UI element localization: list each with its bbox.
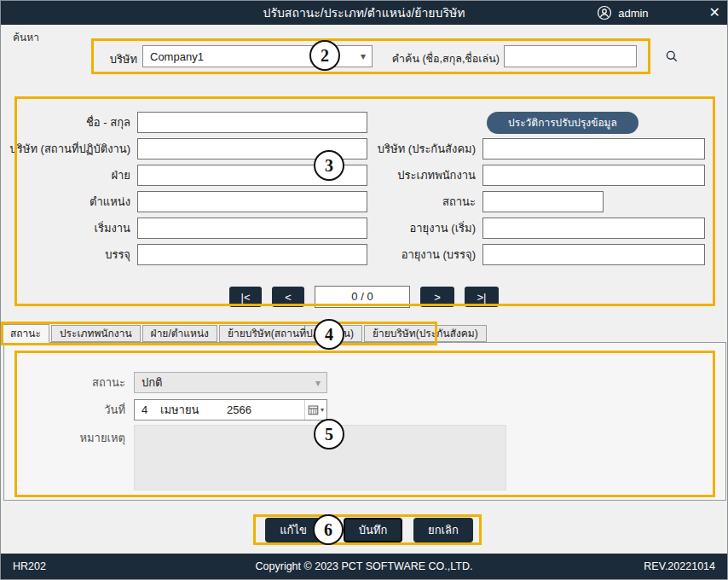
department-field[interactable] xyxy=(137,165,367,186)
tab-department-position[interactable]: ฝ่าย/ตำแหน่ง xyxy=(142,325,217,342)
field-row: ชื่อ - สกุล xyxy=(1,109,367,136)
panel-status-label: สถานะ xyxy=(4,374,134,392)
search-box xyxy=(504,45,637,67)
previous-record-button[interactable]: < xyxy=(272,287,304,307)
tab-status[interactable]: สถานะ xyxy=(2,324,49,343)
revision-text: REV.20221014 xyxy=(644,554,715,579)
start-work-label: เริ่มงาน xyxy=(1,219,137,237)
field-row: บริษัท (สถานที่ปฏิบัติงาน) xyxy=(1,136,367,162)
department-label: ฝ่าย xyxy=(1,166,137,184)
field-row: อายุงาน (เริ่ม) xyxy=(345,215,705,241)
placement-label: บรรจุ xyxy=(1,246,137,264)
calendar-icon[interactable]: ▾ xyxy=(304,400,326,420)
field-row: สถานะ xyxy=(345,188,705,215)
search-section-label: ค้นหา xyxy=(13,29,39,45)
tenure-placement-label: อายุงาน (บรรจุ) xyxy=(345,246,482,264)
field-row: เริ่มงาน xyxy=(1,215,367,241)
field-row: บรรจุ xyxy=(1,241,367,268)
workplace-company-label: บริษัท (สถานที่ปฏิบัติงาน) xyxy=(1,140,137,158)
edit-button[interactable]: แก้ไข xyxy=(265,518,321,542)
search-icon[interactable] xyxy=(665,49,679,63)
social-security-company-label: บริษัท (ประกันสังคม) xyxy=(345,140,482,158)
save-button[interactable]: บันทึก xyxy=(344,518,402,542)
status-tab-panel: สถานะ ปกติ ▾ วันที่ 4 เมษายน 2566 ▾ หมาย… xyxy=(3,342,726,501)
tab-move-company-social-security[interactable]: ย้ายบริษัท(ประกันสังคม) xyxy=(364,325,487,342)
date-row: วันที่ 4 เมษายน 2566 ▾ xyxy=(4,399,327,420)
user-icon xyxy=(597,5,612,20)
date-label: วันที่ xyxy=(4,401,134,419)
tab-strip: สถานะ ประเภทพนักงาน ฝ่าย/ตำแหน่ง ย้ายบริ… xyxy=(2,324,488,343)
chevron-down-icon: ▾ xyxy=(355,50,372,62)
placement-field[interactable] xyxy=(137,244,367,265)
status-label: สถานะ xyxy=(345,193,482,211)
tenure-start-field[interactable] xyxy=(482,218,705,239)
chevron-down-icon: ▾ xyxy=(309,377,326,389)
date-year[interactable]: 2566 xyxy=(227,403,304,416)
search-input[interactable] xyxy=(505,46,665,67)
date-day[interactable]: 4 xyxy=(135,403,160,416)
tenure-start-label: อายุงาน (เริ่ม) xyxy=(345,219,482,237)
history-button[interactable]: ประวัติการปรับปรุงข้อมูล xyxy=(487,112,638,134)
field-row: บริษัท (ประกันสังคม) xyxy=(345,136,705,162)
tenure-placement-field[interactable] xyxy=(482,244,705,265)
status-row: สถานะ ปกติ ▾ xyxy=(4,372,327,393)
titlebar: ปรับสถานะ/ประเภท/ตำแหน่ง/ย้ายบริษัท admi… xyxy=(1,1,727,25)
first-record-button[interactable]: |< xyxy=(229,287,262,307)
status-dropdown-value: ปกติ xyxy=(135,374,309,392)
workplace-company-field[interactable] xyxy=(137,138,367,160)
name-surname-field[interactable] xyxy=(137,112,367,133)
last-record-button[interactable]: >| xyxy=(465,287,499,307)
note-row: หมายเหตุ xyxy=(4,425,506,490)
tab-employee-type[interactable]: ประเภทพนักงาน xyxy=(51,325,141,342)
name-surname-label: ชื่อ - สกุล xyxy=(1,113,137,131)
tab-move-company-workplace[interactable]: ย้ายบริษัท(สถานที่ปฏิบัติงาน) xyxy=(219,325,362,342)
field-row: ตำแหน่ง xyxy=(1,188,367,215)
employee-type-label: ประเภทพนักงาน xyxy=(345,166,482,184)
employee-type-field[interactable] xyxy=(482,165,705,186)
field-row: ประวัติการปรับปรุงข้อมูล xyxy=(345,109,705,136)
record-pager: |< < 0 / 0 > >| xyxy=(1,286,727,308)
date-picker[interactable]: 4 เมษายน 2566 ▾ xyxy=(134,399,327,420)
record-counter: 0 / 0 xyxy=(315,286,410,308)
status-bar: HR202 Copyright © 2023 PCT SOFTWARE CO.,… xyxy=(1,554,727,579)
form-left-column: ชื่อ - สกุล บริษัท (สถานที่ปฏิบัติงาน) ฝ… xyxy=(1,109,367,268)
position-label: ตำแหน่ง xyxy=(1,193,137,211)
company-dropdown-value: Company1 xyxy=(143,50,355,63)
close-icon[interactable]: ✕ xyxy=(709,1,720,25)
note-label: หมายเหตุ xyxy=(4,425,134,447)
field-row: ประเภทพนักงาน xyxy=(345,162,705,188)
note-textarea[interactable] xyxy=(134,425,506,490)
app-window: ปรับสถานะ/ประเภท/ตำแหน่ง/ย้ายบริษัท admi… xyxy=(0,0,728,580)
form-right-column: ประวัติการปรับปรุงข้อมูล บริษัท (ประกันส… xyxy=(345,109,705,268)
date-month[interactable]: เมษายน xyxy=(160,401,227,419)
start-work-field[interactable] xyxy=(137,218,367,239)
copyright-text: Copyright © 2023 PCT SOFTWARE CO.,LTD. xyxy=(1,554,727,579)
next-record-button[interactable]: > xyxy=(420,287,454,307)
status-dropdown[interactable]: ปกติ ▾ xyxy=(134,372,327,393)
titlebar-right: admin ✕ xyxy=(597,1,720,25)
social-security-company-field[interactable] xyxy=(482,138,705,160)
status-field[interactable] xyxy=(482,191,604,212)
user-name: admin xyxy=(618,7,648,20)
position-field[interactable] xyxy=(137,191,367,212)
field-row: ฝ่าย xyxy=(1,162,367,188)
company-label: บริษัท xyxy=(96,50,137,68)
field-row: อายุงาน (บรรจุ) xyxy=(345,241,705,268)
keyword-label: คำค้น (ชื่อ,สกุล,ชื่อเล่น) xyxy=(374,50,500,67)
cancel-button[interactable]: ยกเลิก xyxy=(413,518,473,542)
company-dropdown[interactable]: Company1 ▾ xyxy=(142,45,373,67)
